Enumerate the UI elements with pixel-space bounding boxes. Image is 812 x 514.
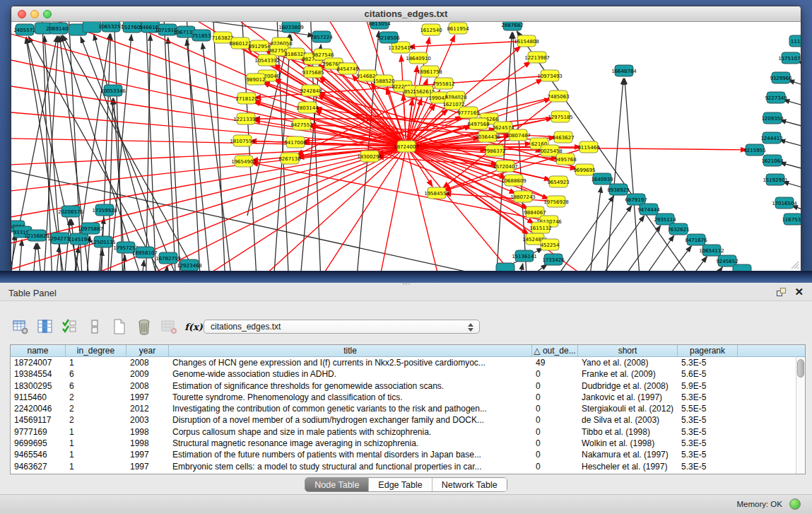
graph-edge[interactable] xyxy=(31,243,36,271)
graph-node[interactable]: 8215955 xyxy=(743,144,765,156)
column-header-year[interactable]: year xyxy=(126,345,169,356)
graph-edge[interactable] xyxy=(587,187,601,271)
graph-node-selected[interactable]: 10973493 xyxy=(537,70,563,81)
graph-node-selected[interactable]: 9115460 xyxy=(577,141,599,153)
graph-edge[interactable] xyxy=(139,260,144,271)
table-row[interactable]: 1830029562008Estimation of significance … xyxy=(11,380,796,392)
graph-node[interactable]: 9227349 xyxy=(765,92,787,103)
graph-edge[interactable] xyxy=(784,100,801,110)
graph-node-selected[interactable]: 10543392 xyxy=(254,54,280,66)
table-mode-icon[interactable] xyxy=(11,317,30,336)
graph-node-selected[interactable]: 8267130 xyxy=(278,153,300,164)
table-row[interactable]: 911546021997Tourette syndrome. Phenomeno… xyxy=(11,392,796,403)
graph-edge[interactable] xyxy=(783,182,801,192)
graph-node[interactable]: 7857224 xyxy=(310,31,333,42)
graph-node-selected[interactable]: 16154808 xyxy=(514,35,539,47)
graph-edge[interactable] xyxy=(212,22,226,271)
graph-node-selected[interactable]: 9463627 xyxy=(552,132,574,143)
column-header-short[interactable]: short xyxy=(578,345,678,356)
graph-node[interactable]: 10653257 xyxy=(98,22,124,32)
row-height-icon[interactable] xyxy=(86,317,104,336)
table-panel-titlebar[interactable]: Table Panel ✕ xyxy=(0,284,812,301)
tab-node-table[interactable]: Node Table xyxy=(305,478,368,491)
graph-node[interactable]: 1621064 xyxy=(761,155,784,166)
graph-edge[interactable] xyxy=(11,234,15,271)
delete-table-icon[interactable] xyxy=(160,317,178,336)
graph-node-selected[interactable]: 19584554 xyxy=(424,187,449,199)
graph-node-selected[interactable]: 18807243 xyxy=(510,191,536,202)
table-row[interactable]: 1938455462009Genome-wide association stu… xyxy=(11,368,796,380)
table-row[interactable]: 946362711997Embryonic stem cells: a mode… xyxy=(11,461,796,472)
graph-node-selected[interactable]: 16961758 xyxy=(417,66,442,77)
graph-node[interactable]: 20691406 xyxy=(46,23,71,34)
graph-node-selected[interactable]: 2803144 xyxy=(296,102,319,113)
graph-node[interactable] xyxy=(733,264,751,271)
graph-edge[interactable] xyxy=(408,41,526,47)
graph-node-selected[interactable]: 18724007 xyxy=(394,141,419,152)
graph-node[interactable]: 2887682 xyxy=(501,22,523,30)
graph-node-selected[interactable]: 12213393 xyxy=(233,113,259,124)
column-header-title[interactable]: title xyxy=(169,345,532,356)
close-panel-icon[interactable]: ✕ xyxy=(794,286,804,298)
graph-node-selected[interactable]: 8427552 xyxy=(290,119,312,130)
graph-node-selected[interactable]: 989012 xyxy=(247,74,266,85)
table-row[interactable]: 977716911998Corpus callosum shape and si… xyxy=(11,426,796,438)
graph-node-selected[interactable]: 12213987 xyxy=(524,52,550,63)
graph-edge[interactable] xyxy=(54,246,59,271)
column-header-pagerank[interactable]: pagerank xyxy=(678,345,738,356)
graph-node-selected[interactable]: 7986372 xyxy=(483,145,505,156)
table-row[interactable]: 946554611997Estimation of the future num… xyxy=(11,449,796,460)
network-canvas[interactable]: 7163822886012389129548226058982750610543… xyxy=(11,22,801,271)
graph-node-selected[interactable]: 9242848 xyxy=(300,85,322,96)
graph-node-selected[interactable]: 9417006 xyxy=(284,136,307,148)
graph-edge[interactable] xyxy=(37,243,44,271)
graph-node-selected[interactable]: 15720407 xyxy=(493,160,518,172)
graph-node-selected[interactable]: 8454749 xyxy=(336,63,358,74)
graph-node[interactable]: 1640939 xyxy=(591,173,613,185)
graph-node[interactable]: 1733426 xyxy=(542,254,565,265)
function-builder-icon[interactable]: f(x) xyxy=(184,317,203,336)
graph-edge[interactable] xyxy=(603,226,661,271)
table-row[interactable]: 1872400712008Changes of HCN gene express… xyxy=(11,357,796,368)
graph-edge[interactable] xyxy=(81,37,187,271)
column-header-name[interactable]: name xyxy=(11,345,66,356)
table-row[interactable]: 2242004622012Investigating the contribut… xyxy=(11,403,796,414)
graph-edge[interactable] xyxy=(113,22,124,271)
graph-node[interactable]: 17359928 xyxy=(92,204,117,216)
graph-node[interactable]: 2405572 xyxy=(13,24,35,35)
graph-node[interactable]: 20206576 xyxy=(58,206,83,217)
graph-node[interactable]: 20053346 xyxy=(100,85,126,96)
citation-network-graph[interactable]: 7163822886012389129548226058982750610543… xyxy=(11,22,801,271)
scrollbar-thumb[interactable] xyxy=(797,359,804,378)
graph-node[interactable]: 10654112 xyxy=(699,245,724,256)
graph-node-selected[interactable]: 19654903 xyxy=(231,156,257,167)
graph-node-selected[interactable]: 8611954 xyxy=(447,23,469,34)
row-selection-icon[interactable] xyxy=(61,317,79,336)
graph-edge[interactable] xyxy=(625,78,642,271)
column-header-out_de[interactable]: △ out_de... xyxy=(532,345,578,356)
graph-edge[interactable] xyxy=(779,140,801,151)
graph-node-selected[interactable]: 8912954 xyxy=(248,40,271,52)
graph-edge[interactable] xyxy=(780,163,801,173)
graph-node-selected[interactable]: 2718120 xyxy=(235,93,257,104)
graph-node[interactable]: 10975887 xyxy=(78,223,103,234)
graph-node-selected[interactable]: 9654923 xyxy=(547,176,569,187)
graph-node[interactable]: 16033809 xyxy=(278,22,304,33)
graph-node[interactable]: 9218506 xyxy=(377,32,400,43)
graph-node[interactable]: 751853 xyxy=(192,30,211,41)
graph-node-selected[interactable]: 9375685 xyxy=(302,66,324,78)
graph-node-selected[interactable]: 452254 xyxy=(541,239,560,250)
graph-edge[interactable] xyxy=(616,235,674,271)
tab-network-table[interactable]: Network Table xyxy=(432,478,507,491)
delete-column-icon[interactable] xyxy=(135,317,153,336)
graph-node[interactable]: 12923468 xyxy=(177,259,202,271)
create-column-icon[interactable] xyxy=(110,317,129,336)
tab-edge-table[interactable]: Edge Table xyxy=(368,478,431,491)
graph-node-selected[interactable]: 1612540 xyxy=(420,24,442,35)
graph-edge[interactable] xyxy=(202,43,235,271)
graph-node[interactable]: 16648784 xyxy=(611,65,637,76)
graph-node-selected[interactable]: 18300295 xyxy=(357,151,382,162)
graph-node-selected[interactable]: 9777169 xyxy=(457,107,479,118)
graph-node-selected[interactable]: 7955812 xyxy=(433,78,454,89)
graph-node-selected[interactable]: 6497568 xyxy=(467,118,489,129)
